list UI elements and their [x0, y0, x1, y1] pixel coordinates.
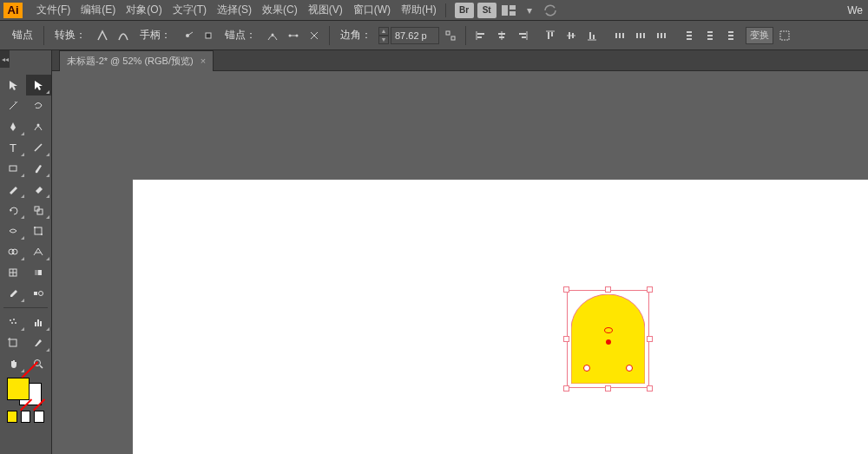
bridge-badge[interactable]: Br [455, 3, 474, 18]
curvature-tool[interactable] [26, 116, 52, 137]
svg-rect-47 [780, 31, 789, 40]
direct-selection-tool[interactable] [26, 75, 52, 95]
sync-icon[interactable] [542, 3, 559, 18]
connect-anchor-icon[interactable] [284, 25, 303, 46]
convert-smooth-icon[interactable] [114, 25, 133, 46]
eyedropper-tool[interactable] [0, 283, 26, 304]
resize-handle-bl[interactable] [563, 385, 569, 391]
close-icon[interactable]: × [201, 56, 206, 66]
menu-file[interactable]: 文件(F) [31, 0, 76, 21]
gradient-mode-swatch[interactable] [21, 411, 31, 423]
remove-anchor-icon[interactable] [263, 25, 282, 46]
resize-handle-tr[interactable] [647, 286, 653, 293]
magic-wand-tool[interactable] [0, 95, 26, 116]
lasso-tool[interactable] [26, 95, 52, 116]
stock-badge[interactable]: St [477, 3, 496, 18]
rectangle-tool[interactable] [0, 158, 26, 179]
hand-tool[interactable] [0, 353, 26, 374]
canvas[interactable] [52, 71, 868, 454]
blend-tool[interactable] [26, 283, 52, 304]
menu-type[interactable]: 文字(T) [168, 0, 212, 21]
corner-options-icon[interactable] [441, 25, 460, 46]
svg-rect-13 [477, 36, 482, 38]
slice-tool[interactable] [26, 332, 52, 353]
symbol-sprayer-tool[interactable] [0, 312, 26, 332]
align-top-icon[interactable] [541, 25, 560, 46]
perspective-grid-tool[interactable] [26, 241, 52, 262]
align-right-icon[interactable] [513, 25, 532, 46]
svg-point-56 [41, 234, 43, 235]
align-hcenter-icon[interactable] [492, 25, 511, 46]
resize-handle-tm[interactable] [605, 286, 611, 293]
eraser-tool[interactable] [26, 179, 52, 200]
menu-window[interactable]: 窗口(W) [348, 0, 396, 21]
svg-rect-5 [206, 33, 211, 38]
workspace-label[interactable]: We [847, 4, 868, 16]
mesh-tool[interactable] [0, 262, 26, 283]
isolate-icon[interactable] [775, 25, 794, 46]
column-graph-tool[interactable] [26, 312, 52, 332]
resize-handle-ml[interactable] [563, 336, 569, 342]
distribute-v1-icon[interactable] [680, 25, 699, 46]
fill-swatch[interactable] [7, 378, 30, 400]
cut-path-icon[interactable] [305, 25, 324, 46]
none-mode-swatch[interactable] [34, 411, 44, 423]
svg-rect-31 [622, 33, 624, 38]
svg-rect-73 [10, 339, 16, 346]
document-tab[interactable]: 未标题-2* @ 52% (RGB/预览) × [59, 50, 214, 71]
distribute-h3-icon[interactable] [652, 25, 671, 46]
type-tool[interactable]: T [0, 137, 26, 158]
svg-rect-12 [477, 33, 484, 35]
selected-shape[interactable] [567, 290, 649, 388]
resize-handle-tl[interactable] [563, 286, 569, 293]
chevron-down-icon[interactable]: ▾ [521, 3, 538, 18]
menu-help[interactable]: 帮助(H) [396, 0, 442, 21]
align-left-icon[interactable] [471, 25, 490, 46]
resize-handle-mr[interactable] [647, 336, 653, 342]
align-bottom-icon[interactable] [582, 25, 602, 46]
resize-handle-bm[interactable] [605, 385, 611, 391]
rotate-tool[interactable] [0, 200, 26, 220]
svg-rect-72 [40, 321, 42, 326]
svg-point-8 [296, 34, 299, 36]
handle-hide-icon[interactable] [199, 25, 218, 46]
transform-button[interactable]: 变换 [746, 27, 773, 44]
control-sep [465, 26, 466, 45]
distribute-v2-icon[interactable] [700, 25, 720, 46]
line-tool[interactable] [26, 137, 52, 158]
artboard-tool[interactable] [0, 332, 26, 353]
corner-stepper[interactable]: ▲▼ [378, 27, 389, 44]
menu-effect[interactable]: 效果(C) [257, 0, 303, 21]
menu-select[interactable]: 选择(S) [212, 0, 257, 21]
svg-point-7 [289, 34, 292, 36]
svg-rect-27 [589, 32, 591, 39]
corner-value-field[interactable]: 87.62 p [391, 27, 439, 44]
paintbrush-tool[interactable] [26, 158, 52, 179]
scale-tool[interactable] [26, 200, 52, 220]
distribute-h2-icon[interactable] [631, 25, 650, 46]
pen-tool[interactable] [0, 116, 26, 137]
distribute-v3-icon[interactable] [721, 25, 740, 46]
menu-edit[interactable]: 编辑(E) [76, 0, 121, 21]
gradient-tool[interactable] [26, 262, 52, 283]
convert-corner-icon[interactable] [93, 25, 112, 46]
distribute-h1-icon[interactable] [610, 25, 629, 46]
menu-view[interactable]: 视图(V) [303, 0, 348, 21]
color-mode-swatch[interactable] [7, 411, 17, 423]
selection-tool[interactable] [0, 75, 26, 95]
handle-show-icon[interactable] [178, 25, 197, 46]
arrange-docs-icon[interactable] [500, 3, 517, 18]
svg-rect-2 [510, 11, 516, 16]
width-tool[interactable] [0, 220, 26, 241]
free-transform-tool[interactable] [26, 220, 52, 241]
svg-point-48 [37, 124, 40, 127]
svg-rect-9 [446, 31, 450, 35]
color-swatch-block [0, 374, 51, 426]
panel-collapse-toggle[interactable]: ◂◂ [0, 50, 10, 68]
svg-rect-18 [519, 33, 526, 35]
align-vcenter-icon[interactable] [562, 25, 581, 46]
menu-object[interactable]: 对象(O) [121, 0, 167, 21]
pencil-tool[interactable] [0, 179, 26, 200]
resize-handle-br[interactable] [647, 385, 653, 391]
shape-builder-tool[interactable] [0, 241, 26, 262]
